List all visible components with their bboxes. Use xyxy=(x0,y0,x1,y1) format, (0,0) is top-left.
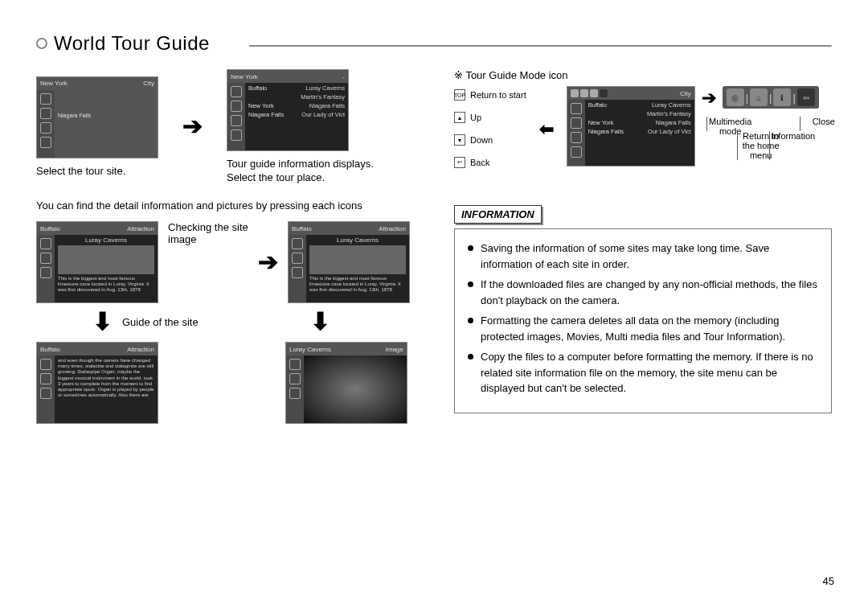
shot2-item: Niagara Falls xyxy=(248,111,284,118)
left-column: New York City Niagara Falls Select the t… xyxy=(36,69,430,424)
legend-back: Back xyxy=(470,158,489,167)
shot1-map-label: Niagara Falls xyxy=(58,113,91,118)
mode-list-item: Buffalo xyxy=(588,101,607,109)
screenshot-cave-image: Luray Caverns Image xyxy=(285,342,407,424)
back-icon: ↩ xyxy=(454,157,465,168)
shot2-item: Martin's Fantasy xyxy=(301,93,345,101)
mode-icon-title: ※ Tour Guide Mode icon xyxy=(454,69,832,81)
return-start-icon: TOP xyxy=(454,89,465,101)
label-information: Information xyxy=(771,131,815,141)
screenshot-mode-icons: City Buffalo Luray Caverns Martin's Fant… xyxy=(567,86,695,166)
shot3-subtitle: Luray Caverns xyxy=(55,235,158,245)
shot3-category: Attraction xyxy=(127,225,154,232)
top-icon-strip: ◎ | ⌂ | ℹ | ⇦ Multimedia mode Return to … xyxy=(723,86,819,173)
screenshot-tour-information: New York - Buffalo Luray Caverns xyxy=(227,69,374,183)
mode-list-item: Luray Caverns xyxy=(652,101,691,109)
shot5-title: Buffalo xyxy=(40,346,60,353)
down-icon: ▼ xyxy=(454,134,465,146)
info-item: Saving the information of some sites may… xyxy=(468,240,818,272)
mode-list-item: Our Lady of Vict xyxy=(648,128,691,135)
shot2-caption-2: Select the tour place. xyxy=(227,171,374,183)
multimedia-mode-icon: ◎ xyxy=(727,88,744,106)
mode-shot-category: City xyxy=(680,90,691,97)
screenshot-select-tour-site: New York City Niagara Falls Select the t… xyxy=(36,76,158,177)
mode-list-item: New York xyxy=(588,119,614,126)
page-header: World Tour Guide xyxy=(36,32,832,55)
shot5-category: Attraction xyxy=(127,346,154,353)
up-icon: ▲ xyxy=(454,112,465,123)
shot1-category: City xyxy=(143,80,154,87)
shot4-category: Attraction xyxy=(379,225,406,232)
shot6-category: Image xyxy=(386,346,403,353)
info-item: Formatting the camera deletes all data o… xyxy=(468,313,818,344)
arrow-left-icon: ⬅ xyxy=(539,119,554,140)
mode-list-item: Martin's Fantasy xyxy=(647,110,691,117)
manual-page: World Tour Guide New York City xyxy=(0,0,868,600)
guide-of-site-label: Guide of the site xyxy=(122,316,199,328)
shot1-caption: Select the tour site. xyxy=(36,165,158,177)
shot2-item: Our Lady of Vict xyxy=(301,111,345,118)
close-icon: ⇦ xyxy=(797,88,815,106)
legend-up: Up xyxy=(470,113,481,122)
shot2-item: Buffalo xyxy=(248,84,267,92)
arrow-right-icon: ➔ xyxy=(182,114,203,138)
shot4-desc: This is the biggest and most famous lime… xyxy=(306,274,409,294)
shot4-title: Buffalo xyxy=(292,225,312,232)
shot3-title: Buffalo xyxy=(40,225,60,232)
header-bullet-icon xyxy=(36,38,47,49)
information-icon: ℹ xyxy=(773,88,791,106)
screenshot-guide-text: Buffalo Attraction and even though the o… xyxy=(36,342,158,424)
shot2-item: Niagara Falls xyxy=(309,102,345,109)
screenshot-site-image-1: Buffalo Attraction Luray Caverns This is… xyxy=(36,221,158,303)
screenshot-site-image-2: Buffalo Attraction Luray Caverns This is… xyxy=(288,221,410,303)
header-divider xyxy=(249,45,832,47)
label-close: Close xyxy=(813,117,835,126)
page-title: World Tour Guide xyxy=(54,32,210,55)
legend-return-start: Return to start xyxy=(470,90,526,100)
mode-list-item: Niagara Falls xyxy=(656,119,691,126)
arrow-right-icon: ➔ xyxy=(702,89,716,107)
detail-info-paragraph: You can find the detail information and … xyxy=(36,199,430,212)
information-heading: INFORMATION xyxy=(454,205,542,224)
home-icon: ⌂ xyxy=(750,88,768,106)
information-body: Saving the information of some sites may… xyxy=(454,228,832,413)
mode-list-item: Niagara Falls xyxy=(588,128,624,135)
arrow-down-icon: ⬇ xyxy=(92,310,113,334)
shot5-desc: and even though the owners have changed … xyxy=(55,355,158,401)
arrow-right-icon: ➔ xyxy=(258,250,278,274)
shot2-category: - xyxy=(342,73,345,80)
info-item: Copy the files to a computer before form… xyxy=(468,349,818,397)
shot2-title: New York xyxy=(231,73,258,80)
shot4-subtitle: Luray Caverns xyxy=(306,235,409,245)
shot1-title: New York xyxy=(40,80,68,87)
shot3-desc: This is the biggest and most famous lime… xyxy=(55,274,158,294)
right-column: ※ Tour Guide Mode icon TOPReturn to star… xyxy=(454,69,832,424)
information-section: INFORMATION Saving the information of so… xyxy=(454,205,832,413)
shot2-caption-1: Tour guide information displays. xyxy=(227,158,374,170)
legend-down: Down xyxy=(470,135,493,145)
checking-site-image-label: Checking the site image xyxy=(168,221,248,245)
left-icon-legend: TOPReturn to start ▲Up ▼Down ↩Back xyxy=(454,86,526,168)
shot2-item: Luray Caverns xyxy=(305,84,345,92)
shot1-sidebar xyxy=(37,90,55,158)
shot2-item: New York xyxy=(248,102,274,109)
info-item: If the downloaded files are changed by a… xyxy=(468,277,818,308)
arrow-down-icon: ⬇ xyxy=(310,310,330,334)
page-number: 45 xyxy=(823,575,834,587)
shot6-title: Luray Caverns xyxy=(289,346,331,353)
